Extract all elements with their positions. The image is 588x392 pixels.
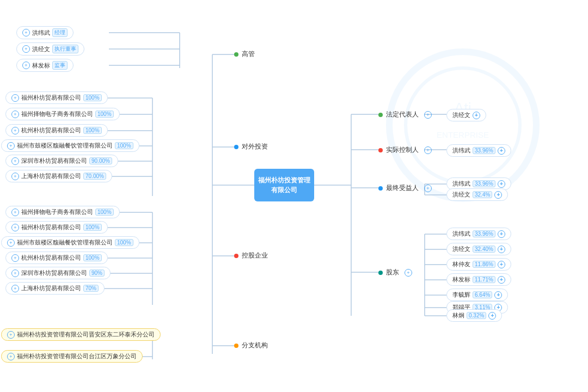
node-expand[interactable]: + bbox=[473, 112, 480, 119]
branch-fenzhi: 分支机构 bbox=[234, 341, 268, 350]
node-expand[interactable]: + bbox=[498, 147, 505, 155]
node-text: 林发标 bbox=[452, 275, 470, 284]
node-text: 洪经文 bbox=[452, 191, 470, 199]
branch-konggu: 控股企业 bbox=[234, 251, 268, 260]
zuizhong-expand[interactable]: + bbox=[424, 185, 432, 192]
node-tag: 70% bbox=[83, 285, 99, 292]
node-text: 福州朴坊贸易有限公司 bbox=[21, 94, 81, 102]
node-icon: + bbox=[11, 209, 19, 216]
node-gudong-6[interactable]: 林炯 0.32% + bbox=[446, 309, 502, 322]
svg-text:ENTERPRISE: ENTERPRISE bbox=[437, 130, 489, 139]
node-tag: 100% bbox=[83, 254, 102, 261]
node-shiji-0[interactable]: 洪纬武 33.96% + bbox=[446, 144, 511, 157]
node-duiwai-4[interactable]: + 深圳市朴坊贸易有限公司 90.00% bbox=[5, 155, 118, 167]
node-gudong-4-box: 李毓辉 6.64% + bbox=[446, 289, 508, 301]
node-konggu-0[interactable]: + 福州择物电子商务有限公司 100% bbox=[5, 206, 120, 218]
node-zuizhong-1-box: 洪经文 32.4% + bbox=[446, 188, 508, 201]
node-text: 洪经文 bbox=[452, 245, 470, 253]
node-icon: + bbox=[11, 127, 19, 134]
node-expand[interactable]: + bbox=[494, 191, 502, 199]
node-konggu-3[interactable]: + 杭州朴坊贸易有限公司 100% bbox=[5, 252, 108, 264]
node-tag: 90% bbox=[89, 270, 105, 277]
node-konggu-0-box: + 福州择物电子商务有限公司 100% bbox=[5, 206, 120, 218]
node-duiwai-5[interactable]: + 上海朴坊贸易有限公司 70.00% bbox=[5, 170, 112, 182]
node-tag: 6.64% bbox=[473, 291, 492, 298]
fadai-expand[interactable]: + bbox=[424, 111, 432, 119]
node-tag: 执行董事 bbox=[52, 45, 78, 53]
node-fenzhi-0-box: + 福州朴坊投资管理有限公司晋安区东二环泰禾分公司 bbox=[1, 328, 161, 341]
node-tag: 经理 bbox=[52, 28, 68, 37]
node-konggu-5[interactable]: + 上海朴坊贸易有限公司 70% bbox=[5, 282, 105, 295]
node-duiwai-2-box: + 杭州朴坊贸易有限公司 100% bbox=[5, 124, 108, 137]
node-duiwai-0[interactable]: + 福州朴坊贸易有限公司 100% bbox=[5, 91, 108, 104]
node-duiwai-3-box: + 福州市鼓楼区馥融餐饮管理有限公司 100% bbox=[1, 139, 139, 152]
dot-duiwai bbox=[234, 145, 238, 149]
node-konggu-4-box: + 深圳市朴坊贸易有限公司 90% bbox=[5, 267, 111, 279]
node-gaoguan-0[interactable]: + 洪纬武 经理 bbox=[16, 26, 74, 39]
node-duiwai-0-box: + 福州朴坊贸易有限公司 100% bbox=[5, 91, 108, 104]
node-gudong-3-box: 林发标 11.71% + bbox=[446, 273, 511, 286]
node-duiwai-3[interactable]: + 福州市鼓楼区馥融餐饮管理有限公司 100% bbox=[1, 139, 139, 152]
node-text: 洪经文 bbox=[32, 45, 50, 53]
node-konggu-5-box: + 上海朴坊贸易有限公司 70% bbox=[5, 282, 105, 295]
node-duiwai-1[interactable]: + 福州择物电子商务有限公司 100% bbox=[5, 108, 120, 120]
node-tag: 33.96% bbox=[473, 230, 495, 237]
node-fenzhi-0[interactable]: + 福州朴坊投资管理有限公司晋安区东二环泰禾分公司 bbox=[1, 328, 161, 341]
node-konggu-1[interactable]: + 福州朴坊贸易有限公司 100% bbox=[5, 221, 108, 234]
node-icon: + bbox=[7, 353, 15, 360]
node-gaoguan-1-box: + 洪经文 执行董事 bbox=[16, 42, 84, 56]
node-zuizhong-1[interactable]: 洪经文 32.4% + bbox=[446, 188, 508, 201]
node-konggu-2-box: + 福州市鼓楼区馥融餐饮管理有限公司 100% bbox=[1, 236, 139, 249]
node-icon: + bbox=[7, 331, 15, 339]
node-text: 林炯 bbox=[452, 311, 464, 320]
node-duiwai-2[interactable]: + 杭州朴坊贸易有限公司 100% bbox=[5, 124, 108, 137]
node-text: 福州择物电子商务有限公司 bbox=[21, 110, 93, 118]
node-expand[interactable]: + bbox=[498, 276, 505, 284]
node-expand[interactable]: + bbox=[494, 291, 502, 299]
node-gudong-2-box: 林仲友 11.86% + bbox=[446, 258, 511, 271]
node-gudong-3[interactable]: 林发标 11.71% + bbox=[446, 273, 511, 286]
dot-gaoguan bbox=[234, 52, 238, 57]
dot-gudong bbox=[378, 271, 383, 275]
center-company-box[interactable]: 福州朴坊投资管理有限公司 bbox=[254, 169, 314, 201]
node-expand[interactable]: + bbox=[488, 312, 496, 320]
node-gaoguan-1[interactable]: + 洪经文 执行董事 bbox=[16, 42, 84, 56]
node-gudong-4[interactable]: 李毓辉 6.64% + bbox=[446, 289, 508, 301]
branch-zuizhong-label: 最终受益人 bbox=[386, 183, 419, 193]
node-text: 福州择物电子商务有限公司 bbox=[21, 208, 93, 216]
node-gudong-1[interactable]: 洪经文 32.40% + bbox=[446, 243, 511, 255]
node-gudong-6-box: 林炯 0.32% + bbox=[446, 309, 502, 322]
node-icon: + bbox=[22, 62, 30, 69]
node-tag: 32.40% bbox=[473, 246, 495, 253]
node-konggu-2[interactable]: + 福州市鼓楼区馥融餐饮管理有限公司 100% bbox=[1, 236, 139, 249]
node-text: 杭州朴坊贸易有限公司 bbox=[21, 254, 81, 262]
node-text: 福州市鼓楼区馥融餐饮管理有限公司 bbox=[17, 238, 113, 247]
node-icon: + bbox=[22, 45, 30, 53]
node-tag: 32.4% bbox=[473, 191, 492, 198]
node-text: 杭州朴坊贸易有限公司 bbox=[21, 126, 81, 134]
node-expand[interactable]: + bbox=[498, 261, 505, 268]
node-expand[interactable]: + bbox=[498, 246, 505, 253]
node-gaoguan-2[interactable]: + 林发标 监事 bbox=[16, 59, 74, 72]
node-gudong-2[interactable]: 林仲友 11.86% + bbox=[446, 258, 511, 271]
node-tag: 100% bbox=[95, 111, 114, 118]
node-expand[interactable]: + bbox=[498, 180, 505, 188]
node-konggu-3-box: + 杭州朴坊贸易有限公司 100% bbox=[5, 252, 108, 264]
node-gudong-0[interactable]: 洪纬武 33.96% + bbox=[446, 228, 511, 240]
node-text: 洪纬武 bbox=[452, 146, 470, 155]
branch-fadai: 法定代表人 + bbox=[378, 110, 432, 119]
node-icon: + bbox=[11, 285, 19, 292]
node-fenzhi-1[interactable]: + 福州朴坊投资管理有限公司台江区万象分公司 bbox=[1, 350, 143, 363]
node-expand[interactable]: + bbox=[498, 230, 505, 238]
node-icon: + bbox=[11, 254, 19, 262]
main-container: Ati ENTERPRISE bbox=[0, 0, 588, 392]
shiji-expand[interactable]: + bbox=[424, 146, 432, 154]
branch-fenzhi-label: 分支机构 bbox=[242, 341, 268, 350]
node-konggu-4[interactable]: + 深圳市朴坊贸易有限公司 90% bbox=[5, 267, 111, 279]
gudong-expand[interactable]: + bbox=[405, 269, 412, 277]
node-fadai-0[interactable]: 洪经文 + bbox=[446, 109, 486, 121]
node-tag: 100% bbox=[83, 224, 102, 231]
branch-gaoguan-label: 高管 bbox=[242, 50, 255, 59]
node-text: 深圳市朴坊贸易有限公司 bbox=[21, 269, 87, 277]
node-tag: 0.32% bbox=[467, 312, 486, 319]
